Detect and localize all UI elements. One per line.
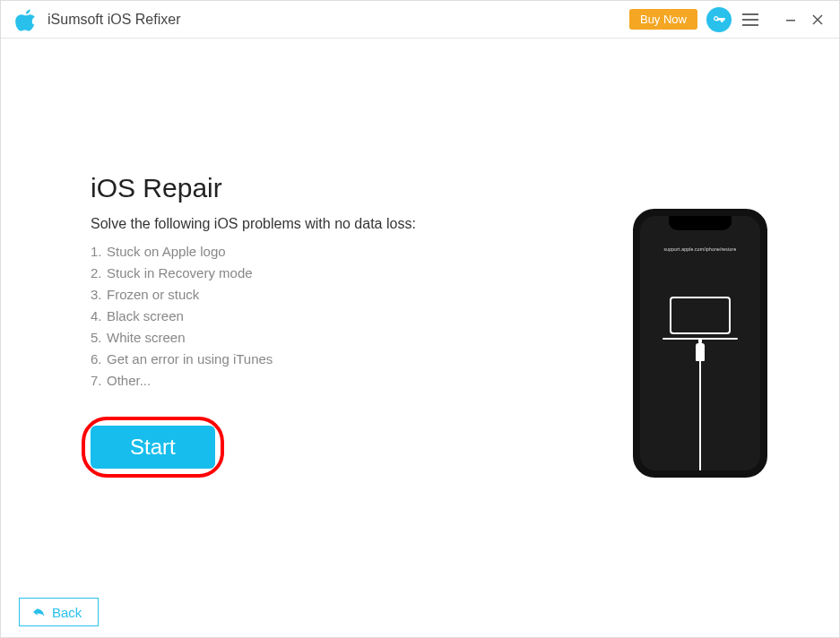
- start-button[interactable]: Start: [91, 426, 215, 469]
- cable-icon: [699, 361, 701, 470]
- minimize-button[interactable]: [782, 14, 800, 25]
- phone-restore-url: support.apple.com/iphone/restore: [664, 246, 737, 252]
- list-item: Stuck on Apple logo: [91, 241, 467, 263]
- laptop-icon: [670, 297, 731, 334]
- page-title: iOS Repair: [91, 173, 467, 203]
- phone-screen: support.apple.com/iphone/restore: [640, 216, 760, 470]
- svg-rect-0: [786, 20, 795, 22]
- lightning-connector-icon: [696, 343, 705, 361]
- close-button[interactable]: [809, 14, 827, 25]
- minimize-icon: [785, 14, 796, 25]
- back-arrow-icon: [30, 604, 47, 620]
- list-item: Black screen: [91, 306, 467, 327]
- buy-now-button[interactable]: Buy Now: [629, 9, 697, 30]
- back-button-label: Back: [52, 605, 82, 620]
- list-item: Other...: [91, 370, 467, 392]
- app-title: iSumsoft iOS Refixer: [48, 12, 180, 28]
- titlebar: iSumsoft iOS Refixer Buy Now: [1, 1, 839, 39]
- footer: Back: [1, 587, 839, 637]
- page-subtitle: Solve the following iOS problems with no…: [91, 216, 467, 232]
- register-key-button[interactable]: [706, 7, 732, 32]
- menu-button[interactable]: [742, 13, 758, 26]
- main-content: iOS Repair Solve the following iOS probl…: [1, 39, 839, 587]
- list-item: Frozen or stuck: [91, 284, 467, 306]
- list-item: White screen: [91, 327, 467, 349]
- list-item: Stuck in Recovery mode: [91, 263, 467, 284]
- ios-repair-panel: iOS Repair Solve the following iOS probl…: [91, 173, 467, 469]
- menu-icon: [742, 13, 758, 15]
- back-button[interactable]: Back: [19, 598, 99, 626]
- phone-mockup: support.apple.com/iphone/restore: [633, 209, 767, 478]
- list-item: Get an error in using iTunes: [91, 349, 467, 370]
- problem-list: Stuck on Apple logo Stuck in Recovery mo…: [91, 241, 467, 392]
- close-icon: [812, 14, 823, 25]
- app-logo-icon: [13, 7, 39, 32]
- start-button-highlight: Start: [91, 426, 215, 469]
- phone-notch: [669, 216, 732, 230]
- key-icon: [712, 13, 726, 27]
